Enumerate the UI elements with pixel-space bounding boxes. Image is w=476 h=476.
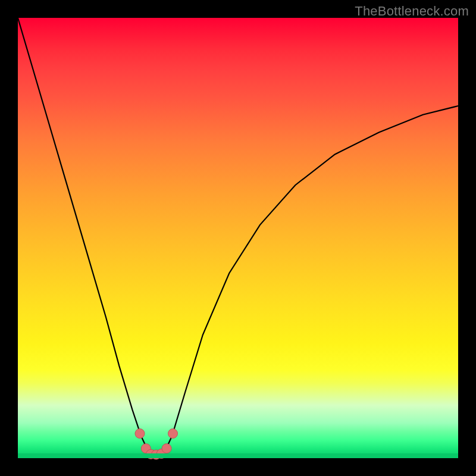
chart-area (18, 18, 458, 458)
bottleneck-curve (18, 18, 458, 455)
minimum-dot (135, 429, 145, 439)
minimum-dot (168, 429, 178, 439)
watermark: TheBottleneck.com (355, 4, 469, 19)
green-baseline (18, 453, 458, 458)
chart-svg (18, 18, 458, 458)
minimum-dot (162, 444, 171, 453)
